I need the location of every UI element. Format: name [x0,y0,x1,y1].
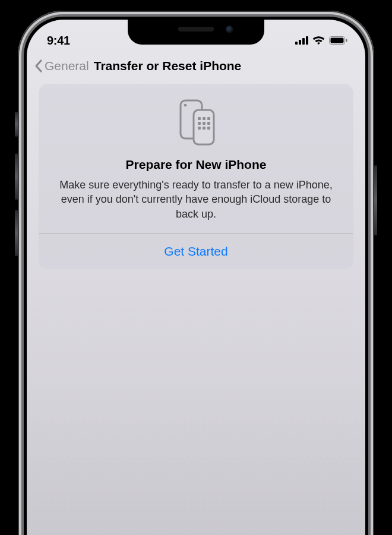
svg-rect-13 [198,122,201,125]
back-label: General [45,59,89,73]
wifi-icon [312,36,325,45]
svg-rect-14 [203,122,206,125]
svg-rect-11 [203,117,206,120]
svg-rect-6 [346,39,347,42]
svg-rect-12 [207,117,210,120]
transfer-devices-icon [49,97,343,147]
svg-rect-17 [203,127,206,130]
svg-rect-5 [331,38,344,43]
get-started-button[interactable]: Get Started [49,234,343,269]
cellular-signal-icon [295,36,308,45]
volume-up-button [15,153,18,200]
svg-rect-0 [295,42,298,45]
svg-rect-1 [299,40,301,45]
mute-switch [15,112,18,137]
prepare-card-title: Prepare for New iPhone [49,158,343,172]
chevron-left-icon [34,59,43,73]
svg-rect-3 [306,36,308,45]
prepare-card: Prepare for New iPhone Make sure everyth… [39,84,353,269]
page-title: Transfer or Reset iPhone [94,59,242,73]
battery-icon [329,36,347,45]
status-time: 9:41 [47,34,70,48]
svg-rect-15 [207,122,210,125]
svg-point-8 [184,104,187,107]
side-power-button [374,165,377,235]
back-button[interactable]: General [34,59,89,73]
status-icons [295,36,347,45]
notch [128,20,264,45]
svg-rect-2 [302,38,305,45]
phone-frame: 9:41 [18,11,374,535]
prepare-card-description: Make sure everything's ready to transfer… [49,178,343,233]
volume-down-button [15,210,18,256]
svg-rect-18 [207,127,210,130]
content: Prepare for New iPhone Make sure everyth… [27,84,365,269]
nav-bar: General Transfer or Reset iPhone [27,53,365,84]
screen: 9:41 [27,20,365,535]
svg-rect-10 [198,117,201,120]
svg-rect-16 [198,127,201,130]
